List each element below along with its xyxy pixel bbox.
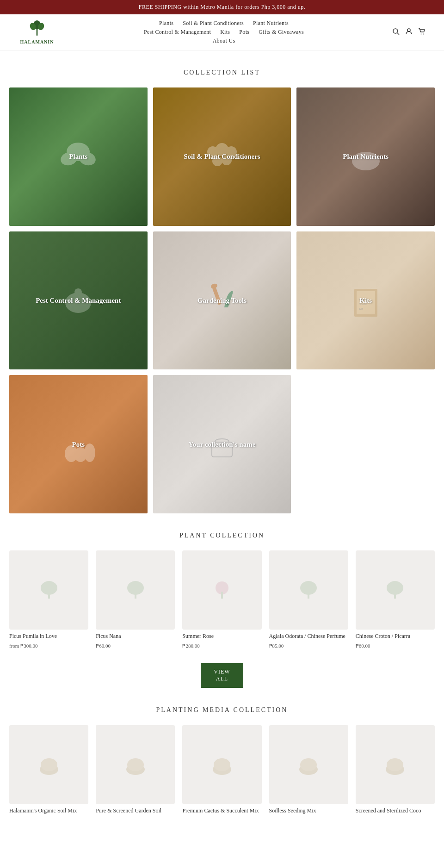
header-icons (392, 28, 426, 37)
collection-card-nutrients[interactable]: Plant Nutrients (296, 87, 435, 226)
product-img-garden-soil (96, 725, 175, 804)
collection-bg-kits: Junior Starter Kit (296, 231, 435, 370)
collection-bg-gardening (153, 231, 291, 370)
svg-text:Kit: Kit (359, 307, 363, 311)
nav-plants[interactable]: Plants (159, 20, 173, 27)
svg-rect-40 (308, 592, 309, 599)
svg-point-16 (222, 155, 232, 165)
ficus-nana-icon (124, 579, 147, 602)
collection-card-gardening[interactable]: Gardening Tools (153, 231, 291, 370)
svg-rect-38 (221, 592, 223, 599)
sterilized-coco-icon (383, 753, 407, 776)
product-name-ficus-pumila: Ficus Pumila in Love (9, 632, 88, 640)
product-img-seeding-mix (269, 725, 348, 804)
nav-nutrients[interactable]: Plant Nutrients (253, 20, 289, 27)
svg-point-7 (421, 33, 422, 34)
cart-button[interactable] (418, 28, 426, 37)
banner-text: FREE SHIPPING within Metro Manila for or… (139, 4, 305, 10)
main-content: COLLECTION LIST Plants (0, 69, 444, 847)
collection-card-pots[interactable]: Pots (9, 375, 148, 513)
product-name-organic-soil: Halamanin's Organic Soil Mix (9, 807, 88, 815)
pest-illustration (60, 282, 97, 319)
product-name-garden-soil: Pure & Screened Garden Soil (96, 807, 175, 815)
product-img-summer-rose (182, 550, 261, 630)
svg-point-52 (387, 758, 403, 771)
product-name-sterilized-coco: Screened and Sterilized Coco (356, 807, 435, 815)
product-img-ficus-nana (96, 550, 175, 630)
product-price-summer-rose: ₱280.00 (182, 643, 261, 649)
svg-point-15 (212, 156, 222, 166)
nav-soil[interactable]: Soil & Plant Conditioners (183, 20, 244, 27)
collection-bg-nutrients (296, 87, 435, 226)
user-icon (405, 28, 413, 35)
product-name-summer-rose: Summer Rose (182, 632, 261, 640)
product-card-cactus-mix[interactable]: Premium Cactus & Succulent Mix (182, 725, 261, 815)
svg-point-29 (84, 443, 95, 462)
product-price-ficus-pumila: from ₱300.00 (9, 643, 88, 649)
product-card-ficus-nana[interactable]: Ficus Nana ₱60.00 (96, 550, 175, 649)
product-name-aglaia: Aglaia Odorata / Chinese Perfume (269, 632, 348, 640)
product-card-seeding-mix[interactable]: Soilless Seeding Mix (269, 725, 348, 815)
organic-soil-icon (37, 753, 61, 776)
cactus-mix-icon (210, 753, 234, 776)
nav-about[interactable]: About Us (213, 37, 235, 44)
bottom-spacer (9, 829, 435, 847)
product-img-aglaia (269, 550, 348, 630)
product-card-garden-soil[interactable]: Pure & Screened Garden Soil (96, 725, 175, 815)
nav-gifts[interactable]: Gifts & Giveaways (259, 29, 304, 36)
site-header: HALAMANIN Plants Soil & Plant Conditione… (0, 14, 444, 50)
search-icon (392, 28, 400, 35)
product-card-aglaia[interactable]: Aglaia Odorata / Chinese Perfume ₱85.00 (269, 550, 348, 649)
view-all-container: VIEWALL (9, 663, 435, 688)
product-price-aglaia: ₱85.00 (269, 643, 348, 649)
svg-point-32 (221, 443, 223, 446)
nav-pots[interactable]: Pots (239, 29, 249, 36)
collection-card-kits[interactable]: Junior Starter Kit Kits (296, 231, 435, 370)
svg-point-4 (393, 29, 398, 33)
svg-text:Junior: Junior (359, 298, 367, 301)
nav-pest[interactable]: Pest Control & Management (144, 29, 211, 36)
svg-point-46 (127, 758, 144, 771)
gardening-illustration (201, 280, 243, 321)
collection-card-soil[interactable]: Soil & Plant Conditioners (153, 87, 291, 226)
nav-row-2: Pest Control & Management Kits Pots Gift… (144, 29, 304, 36)
product-card-organic-soil[interactable]: Halamanin's Organic Soil Mix (9, 725, 88, 815)
product-card-croton[interactable]: Chinese Croton / Picarra ₱60.00 (356, 550, 435, 649)
product-card-ficus-pumila[interactable]: Ficus Pumila in Love from ₱300.00 (9, 550, 88, 649)
collection-bg-pots (9, 375, 148, 513)
search-button[interactable] (392, 28, 400, 37)
collection-card-placeholder[interactable]: Your collection's name (153, 375, 291, 513)
svg-rect-34 (48, 592, 50, 599)
svg-rect-30 (212, 442, 232, 457)
logo[interactable]: HALAMANIN (18, 20, 56, 44)
svg-point-8 (423, 33, 424, 34)
svg-rect-42 (394, 592, 396, 599)
seeding-mix-icon (297, 753, 320, 776)
collection-card-plants[interactable]: Plants (9, 87, 148, 226)
product-card-summer-rose[interactable]: Summer Rose ₱280.00 (182, 550, 261, 649)
product-img-organic-soil (9, 725, 88, 804)
svg-point-19 (74, 288, 82, 296)
product-card-sterilized-coco[interactable]: Screened and Sterilized Coco (356, 725, 435, 815)
product-name-cactus-mix: Premium Cactus & Succulent Mix (182, 807, 261, 815)
product-img-croton (356, 550, 435, 630)
collection-bg-soil (153, 87, 291, 226)
garden-soil-icon (124, 753, 147, 776)
svg-rect-36 (135, 592, 136, 599)
promo-banner: FREE SHIPPING within Metro Manila for or… (0, 0, 444, 14)
collection-bg-pest (9, 231, 148, 370)
login-button[interactable] (405, 28, 413, 37)
kits-illustration: Junior Starter Kit (347, 280, 384, 321)
view-all-button[interactable]: VIEWALL (201, 663, 243, 688)
product-img-sterilized-coco (356, 725, 435, 804)
nav-kits[interactable]: Kits (220, 29, 230, 36)
product-price-ficus-nana: ₱60.00 (96, 643, 175, 649)
plants-illustration (60, 138, 97, 175)
product-name-seeding-mix: Soilless Seeding Mix (269, 807, 348, 815)
logo-icon (28, 20, 46, 38)
svg-point-48 (214, 758, 230, 771)
plant-product-grid: Ficus Pumila in Love from ₱300.00 Ficus … (9, 550, 435, 649)
product-price-croton: ₱60.00 (356, 643, 435, 649)
nutrients-illustration (347, 138, 384, 175)
collection-card-pest[interactable]: Pest Control & Management (9, 231, 148, 370)
